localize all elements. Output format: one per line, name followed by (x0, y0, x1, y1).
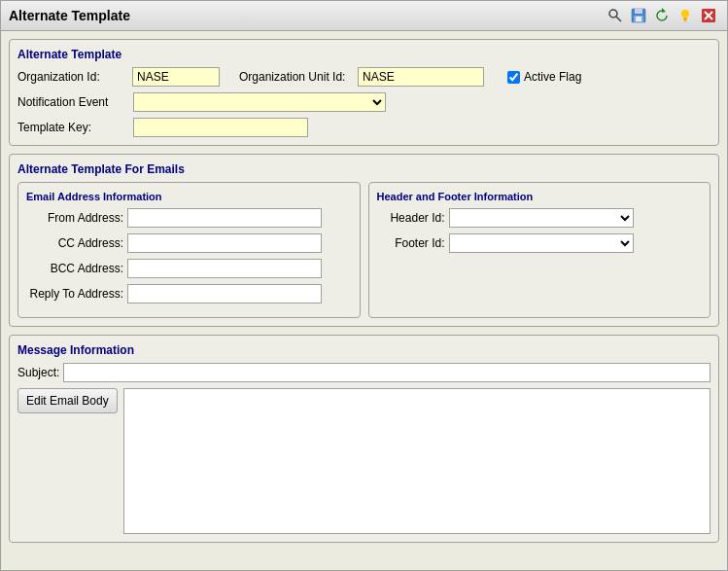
message-section-title: Message Information (17, 343, 711, 357)
org-unit-id-label: Organization Unit Id: (239, 70, 346, 84)
org-unit-id-field: Organization Unit Id: (239, 67, 484, 87)
email-address-title: Email Address Information (26, 191, 352, 202)
svg-rect-5 (636, 17, 641, 21)
footer-id-select[interactable] (449, 233, 634, 253)
header-id-label: Header Id: (377, 211, 445, 225)
reply-to-row: Reply To Address: (26, 284, 352, 303)
svg-line-1 (616, 17, 621, 21)
lightbulb-icon[interactable] (675, 5, 696, 26)
svg-marker-6 (662, 8, 666, 13)
notification-event-select[interactable] (133, 92, 386, 112)
bcc-address-input[interactable] (127, 259, 322, 278)
alternate-template-section: Alternate Template Organization Id: Orga… (9, 39, 719, 146)
cc-label: CC Address: (26, 236, 123, 250)
header-footer-section: Header and Footer Information Header Id:… (368, 182, 711, 318)
org-id-field: Organization Id: (17, 67, 220, 87)
subject-label: Subject: (17, 366, 59, 379)
delete-icon[interactable] (698, 5, 719, 26)
svg-rect-3 (635, 9, 642, 14)
email-body-textarea[interactable] (123, 388, 711, 534)
notification-event-row: Notification Event (17, 92, 711, 112)
org-id-label: Organization Id: (17, 70, 124, 84)
edit-email-body-button[interactable]: Edit Email Body (17, 388, 118, 413)
save-icon[interactable] (628, 5, 649, 26)
two-column-layout: Email Address Information From Address: … (17, 182, 711, 318)
emails-section: Alternate Template For Emails Email Addr… (9, 154, 719, 327)
footer-id-label: Footer Id: (377, 236, 445, 250)
template-key-label: Template Key: (17, 121, 129, 134)
header-footer-title: Header and Footer Information (377, 191, 703, 202)
header-id-row: Header Id: (377, 208, 703, 228)
subject-input[interactable] (63, 363, 711, 382)
template-key-row: Template Key: (17, 118, 711, 137)
org-row: Organization Id: Organization Unit Id: A… (17, 67, 711, 87)
reply-to-label: Reply To Address: (26, 287, 123, 301)
from-address-input[interactable] (127, 208, 322, 228)
svg-point-0 (609, 10, 617, 18)
active-flag-label: Active Flag (524, 70, 581, 84)
cc-address-row: CC Address: (26, 233, 352, 253)
active-flag-checkbox[interactable] (507, 71, 520, 84)
page-title: Alternate Template (9, 8, 130, 23)
from-label: From Address: (26, 211, 123, 225)
content-area: Alternate Template Organization Id: Orga… (1, 31, 727, 570)
svg-point-7 (681, 10, 689, 18)
org-id-input[interactable] (132, 67, 220, 87)
title-bar: Alternate Template (1, 1, 727, 31)
header-id-select[interactable] (449, 208, 634, 228)
bcc-address-row: BCC Address: (26, 259, 352, 278)
bcc-label: BCC Address: (26, 262, 123, 275)
emails-section-title: Alternate Template For Emails (17, 162, 711, 176)
notification-event-label: Notification Event (17, 95, 129, 109)
from-address-row: From Address: (26, 208, 352, 228)
reply-to-input[interactable] (127, 284, 322, 303)
main-window: Alternate Template Alternate Template (0, 0, 728, 571)
alternate-template-title: Alternate Template (17, 48, 711, 61)
template-key-input[interactable] (133, 118, 308, 137)
subject-row: Subject: (17, 363, 711, 382)
footer-id-row: Footer Id: (377, 233, 703, 253)
find-icon[interactable] (605, 5, 626, 26)
svg-rect-8 (683, 18, 687, 20)
refresh-icon[interactable] (651, 5, 673, 26)
cc-address-input[interactable] (127, 233, 322, 253)
email-address-section: Email Address Information From Address: … (17, 182, 361, 318)
active-flag-row: Active Flag (507, 70, 581, 84)
org-unit-id-input[interactable] (358, 67, 484, 87)
toolbar (605, 5, 719, 26)
message-section: Message Information Subject: Edit Email … (9, 335, 719, 543)
body-area: Edit Email Body (17, 388, 711, 534)
